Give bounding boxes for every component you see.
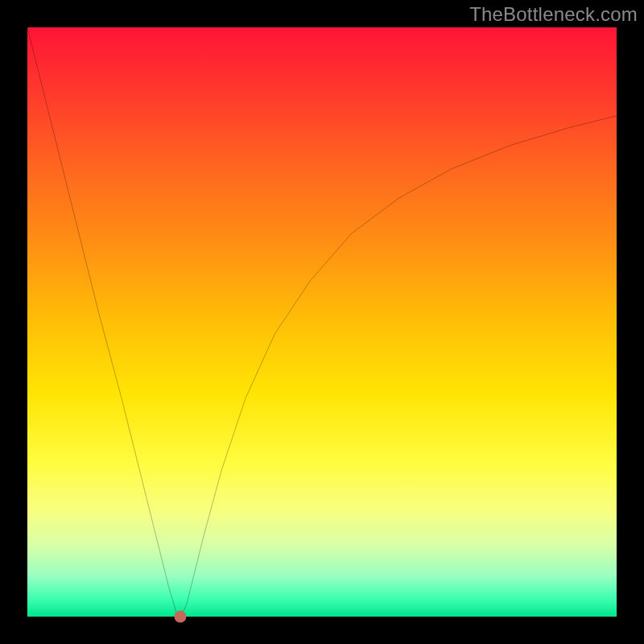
watermark-text: TheBottleneck.com [469,3,638,26]
plot-area [27,27,617,617]
bottleneck-curve [27,27,617,617]
curve-svg [27,27,617,617]
minimum-point-dot [175,611,187,623]
chart-frame: TheBottleneck.com [0,0,644,644]
